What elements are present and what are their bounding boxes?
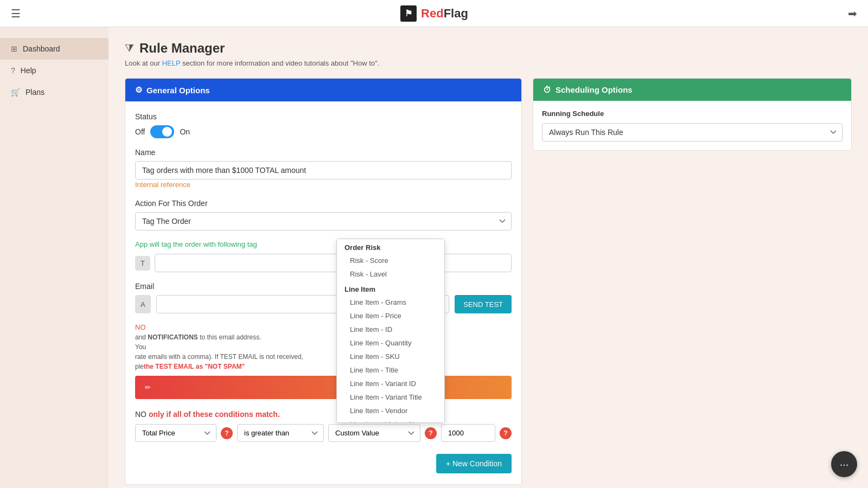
tag-helper-text: App will tag the order with following ta… xyxy=(135,240,512,248)
dropdown-item[interactable]: Line Item - Variant Name xyxy=(337,418,444,423)
condition-row: Total Price ? is greater than Custom Val… xyxy=(135,424,512,442)
tag-input[interactable] xyxy=(155,254,512,272)
help-link[interactable]: HELP xyxy=(162,59,181,67)
running-schedule-select[interactable]: Always Run This Rule xyxy=(542,123,843,142)
general-options-card: ⚙ General Options Status Off On xyxy=(125,78,522,485)
chat-bubble-button[interactable]: ··· xyxy=(831,451,857,477)
logo-red-text: Red xyxy=(421,7,444,20)
help-icon: ? xyxy=(11,66,15,75)
action-select[interactable]: Tag The Order xyxy=(135,212,512,230)
clock-icon: ⏱ xyxy=(543,85,551,94)
dropdown-group-order-risk: Order Risk xyxy=(337,239,444,254)
status-toggle[interactable] xyxy=(150,125,174,138)
conditions-note-prefix: NO xyxy=(135,410,146,419)
email-prefix: A xyxy=(135,295,151,313)
page-title: Rule Manager xyxy=(139,41,225,56)
email-field: Email A SEND TEST xyxy=(135,282,512,313)
dropdown-overlay: Order Risk Risk - Score Risk - Lavel Lin… xyxy=(336,239,445,423)
notif-text-2: You xyxy=(135,343,512,351)
dropdown-item[interactable]: Line Item - Quantity xyxy=(337,336,444,350)
scheduling-options-header: ⏱ Scheduling Options xyxy=(533,79,851,101)
condition-field-select[interactable]: Total Price xyxy=(135,424,216,442)
sidebar-item-plans[interactable]: 🛒 Plans xyxy=(0,81,108,103)
note-prefix: NO xyxy=(135,323,146,331)
conditions-highlight: only if all of these conditions match. xyxy=(149,410,280,419)
dropdown-item[interactable]: Line Item - Vendor xyxy=(337,404,444,418)
status-off-label: Off xyxy=(135,127,145,136)
notif-text-1: and NOTIFICATIONS to this email address. xyxy=(135,333,512,341)
general-options-header: ⚙ General Options xyxy=(125,79,521,101)
status-label: Status xyxy=(135,112,512,121)
dropdown-item[interactable]: Risk - Lavel xyxy=(337,267,444,281)
dropdown-group-line-item: Line Item xyxy=(337,281,444,296)
send-test-button[interactable]: SEND TEST xyxy=(455,295,512,313)
dropdown-item[interactable]: Line Item - Price xyxy=(337,309,444,323)
dropdown-item[interactable]: Line Item - Title xyxy=(337,363,444,377)
main-content: ⧩ Rule Manager Look at our HELP section … xyxy=(108,27,868,488)
sidebar-item-help[interactable]: ? Help xyxy=(0,60,108,81)
internal-reference-link[interactable]: Internal reference xyxy=(135,181,190,189)
status-on-label: On xyxy=(180,127,190,136)
value-help-icon[interactable]: ? xyxy=(500,427,512,439)
logout-icon[interactable]: ➡ xyxy=(848,7,857,20)
sidebar-item-label: Help xyxy=(21,66,36,75)
name-label: Name xyxy=(135,148,512,157)
plans-icon: 🛒 xyxy=(11,88,20,97)
dashboard-icon: ⊞ xyxy=(11,44,17,53)
name-field: Name Internal reference xyxy=(135,148,512,189)
field-help-icon[interactable]: ? xyxy=(221,427,233,439)
notifications-banner: ✏ xyxy=(135,376,512,399)
app-logo: ⚑ RedFlag xyxy=(400,5,468,22)
note-label: NO xyxy=(135,323,512,331)
scheduling-options-card: ⏱ Scheduling Options Running Schedule Al… xyxy=(533,78,852,151)
gear-icon: ⚙ xyxy=(135,85,142,95)
sidebar-item-dashboard[interactable]: ⊞ Dashboard xyxy=(0,38,108,60)
condition-operator-select[interactable]: is greater than xyxy=(237,424,324,442)
sidebar-item-label: Plans xyxy=(25,88,44,97)
sidebar-item-label: Dashboard xyxy=(23,44,60,53)
status-field: Status Off On xyxy=(135,112,512,138)
hamburger-menu-icon[interactable]: ☰ xyxy=(11,7,21,20)
dropdown-item[interactable]: Line Item - Grams xyxy=(337,296,444,309)
logo-dark-text: Flag xyxy=(444,7,468,20)
dropdown-item[interactable]: Line Item - Variant Title xyxy=(337,390,444,404)
source-help-icon[interactable]: ? xyxy=(425,427,437,439)
condition-source-select[interactable]: Custom Value xyxy=(328,424,420,442)
notif-text-4: plethe TEST EMAIL as "NOT SPAM" xyxy=(135,363,512,370)
filter-icon: ⧩ xyxy=(125,42,134,55)
action-field: Action For This Order Tag The Order xyxy=(135,199,512,230)
condition-value-input[interactable] xyxy=(441,424,495,442)
new-condition-button[interactable]: + New Condition xyxy=(436,454,512,473)
chat-icon: ··· xyxy=(840,458,849,471)
page-subtitle: Look at our HELP section for more inform… xyxy=(125,59,852,67)
sidebar: ⊞ Dashboard ? Help 🛒 Plans xyxy=(0,27,108,488)
logo-icon: ⚑ xyxy=(400,5,417,22)
dropdown-item[interactable]: Line Item - Variant ID xyxy=(337,377,444,390)
name-input[interactable] xyxy=(135,161,512,179)
page-title-row: ⧩ Rule Manager xyxy=(125,41,852,56)
edit-icon: ✏ xyxy=(145,383,151,391)
notif-text-3: rate emails with a comma). If TEST EMAIL… xyxy=(135,353,512,361)
dropdown-item[interactable]: Line Item - ID xyxy=(337,323,444,336)
conditions-section: NO only if all of these conditions match… xyxy=(135,410,512,442)
dropdown-item[interactable]: Line Item - SKU xyxy=(337,350,444,363)
tag-prefix: T xyxy=(135,256,150,271)
dropdown-item[interactable]: Risk - Score xyxy=(337,254,444,267)
tag-input-group: T xyxy=(135,254,512,272)
running-schedule-label: Running Schedule xyxy=(542,110,843,118)
action-label: Action For This Order xyxy=(135,199,512,208)
email-label: Email xyxy=(135,282,512,291)
